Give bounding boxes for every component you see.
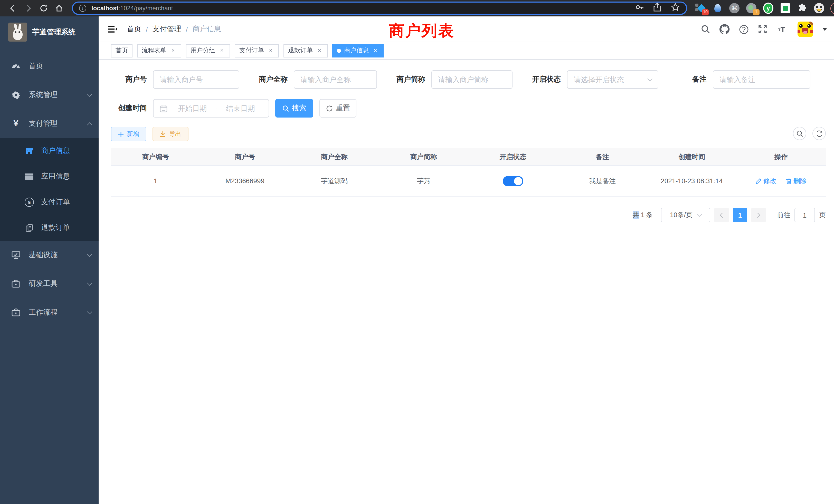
start-date-input[interactable] [171,104,214,112]
filter-status: 开启状态 [525,70,658,89]
column-header: 商户编号 [111,152,200,161]
filter-row-1: 商户号 商户全称 商户简称 开启状态 备注 [98,70,834,89]
tab-home[interactable]: 首页 [111,44,132,57]
chevron-down-icon [697,212,702,217]
sidebar-item-merchant-info[interactable]: 商户信息 [0,138,98,164]
table-mini-actions [793,127,826,140]
sidebar-item-label: 退款订单 [41,223,91,232]
profile-avatar-icon[interactable] [814,3,824,13]
breadcrumb: 首页 / 支付管理 / 商户信息 [127,25,221,34]
tab-close-icon[interactable] [267,47,274,54]
merchant-no-input[interactable] [160,75,233,84]
help-icon[interactable] [739,24,749,35]
sidebar-item-refund-order[interactable]: 退款订单 [0,215,98,241]
sidebar-collapse-icon[interactable] [106,23,118,36]
extensions-puzzle-icon[interactable] [797,3,807,13]
extension-diamond-icon[interactable]: 10 [695,3,706,13]
dashboard-icon [11,62,21,71]
app-root: i localhost:1024/pay/merchant 10 ⌘ [0,0,834,504]
add-button[interactable]: 新增 [111,127,146,141]
main-content: 商户号 商户全称 商户简称 开启状态 备注 创建时间 [98,60,834,504]
extension-balloon-icon[interactable] [712,3,723,13]
chevron-down-icon [87,251,92,257]
sidebar-item-home[interactable]: 首页 [0,52,98,81]
reset-button[interactable]: 重置 [320,99,356,117]
tab-pay-order[interactable]: 支付订单 [235,44,279,57]
extension-chat-icon[interactable] [780,3,790,13]
page-size-select[interactable]: 10条/页 [661,208,710,222]
breadcrumb-home[interactable]: 首页 [127,25,141,34]
chevron-down-icon [87,91,92,96]
edit-link[interactable]: 修改 [755,176,776,186]
sidebar-item-pay-order[interactable]: 支付订单 [0,189,98,215]
calendar-icon [160,105,168,112]
toggle-search-button[interactable] [793,127,806,140]
forward-icon[interactable] [21,2,36,15]
tab-close-icon[interactable] [218,47,225,54]
extension-y-icon[interactable]: y [763,3,773,13]
fullscreen-icon[interactable] [758,24,768,35]
font-size-icon[interactable]: тT [776,24,787,35]
extension-recorder-icon[interactable]: 1 [746,3,756,13]
status-select-input[interactable] [574,75,648,84]
tab-refund-order[interactable]: 退款订单 [284,44,328,57]
sidebar-item-dev-tools[interactable]: 研发工具 [0,270,98,298]
delete-link[interactable]: 删除 [786,176,807,186]
sidebar-item-label: 研发工具 [29,279,88,289]
sidebar-item-label: 支付管理 [29,119,88,128]
password-key-icon[interactable] [635,3,644,14]
site-info-icon[interactable]: i [79,5,86,12]
breadcrumb-pay[interactable]: 支付管理 [153,25,181,34]
search-button[interactable]: 搜索 [275,99,313,117]
status-toggle[interactable] [503,176,523,186]
prev-page-button[interactable] [714,208,729,222]
tab-close-icon[interactable] [372,47,379,54]
short-name-input[interactable] [438,75,506,84]
cell-operations: 修改 删除 [737,176,826,186]
status-select[interactable] [567,70,658,89]
back-icon[interactable] [5,2,21,15]
export-button[interactable]: 导出 [153,127,189,141]
cell-status [468,176,558,186]
share-icon[interactable] [653,3,661,14]
tab-user-group[interactable]: 用户分组 [186,44,230,57]
bookmark-star-icon[interactable] [671,3,680,14]
user-avatar[interactable] [797,22,813,37]
sidebar: 芋道管理系统 首页 系统管理 支付管理 [0,17,98,504]
end-date-input[interactable] [219,104,262,112]
refresh-table-button[interactable] [812,127,826,140]
home-icon[interactable] [51,2,67,15]
tab-close-icon[interactable] [170,47,177,54]
tab-merchant-info-active[interactable]: 商户信息 [332,44,383,57]
next-page-button[interactable] [751,208,766,222]
briefcase-icon [11,308,21,317]
sidebar-item-workflow[interactable]: 工作流程 [0,298,98,327]
sidebar-logo[interactable]: 芋道管理系统 [0,17,98,49]
goto-page-input[interactable] [794,208,815,222]
sidebar-item-app-info[interactable]: 应用信息 [0,164,98,189]
full-name-input[interactable] [301,75,370,84]
refresh-icon[interactable] [36,2,51,15]
address-bar[interactable]: i localhost:1024/pay/merchant [72,2,687,15]
extension-command-icon[interactable]: ⌘ [729,3,740,13]
field-label: 商户简称 [389,75,431,84]
cell-short-name: 芋艿 [379,176,468,186]
grid-icon [25,172,34,181]
tab-process-form[interactable]: 流程表单 [137,44,181,57]
pay-order-icon [25,198,34,207]
table-row: 1 M233666999 芋道源码 芋艿 我是备注 2021-10-23 08:… [111,166,826,197]
tab-close-icon[interactable] [316,47,323,54]
sidebar-item-infra[interactable]: 基础设施 [0,241,98,270]
avatar-caret-icon[interactable] [823,28,827,30]
remark-input[interactable] [720,75,804,84]
sidebar-item-pay[interactable]: 支付管理 [0,109,98,138]
browser-update-button[interactable]: 更新 [830,2,834,15]
column-header: 商户号 [200,152,290,161]
url-path: :1024/pay/merchant [118,5,173,12]
search-icon[interactable] [701,24,711,35]
date-range-picker[interactable]: - [153,99,269,117]
page-number-1[interactable]: 1 [733,208,747,222]
column-header: 商户简称 [379,152,468,161]
github-icon[interactable] [720,24,730,35]
sidebar-item-system[interactable]: 系统管理 [0,81,98,109]
